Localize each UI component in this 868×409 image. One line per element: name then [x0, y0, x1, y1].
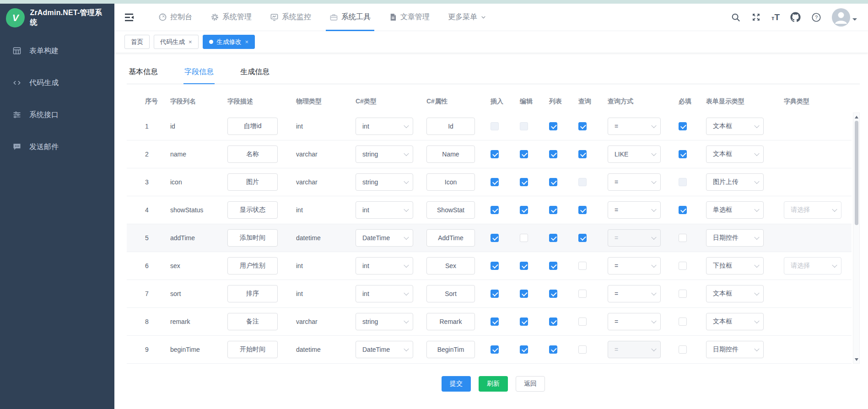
list-checkbox[interactable] — [549, 122, 557, 130]
list-checkbox[interactable] — [549, 262, 557, 270]
cs-property-input[interactable] — [426, 118, 475, 135]
tab-3[interactable]: 生成信息 — [239, 65, 270, 84]
insert-checkbox[interactable] — [491, 262, 499, 270]
cs-property-input[interactable] — [426, 229, 475, 247]
cs-type-select[interactable]: string — [356, 313, 413, 330]
tag-3[interactable]: 生成修改× — [203, 35, 255, 49]
tag-2[interactable]: 代码生成× — [154, 35, 199, 49]
cs-type-select[interactable]: int — [356, 257, 413, 274]
edit-checkbox[interactable] — [520, 178, 528, 186]
cs-property-input[interactable] — [426, 173, 475, 191]
field-desc-input[interactable] — [227, 313, 278, 330]
list-checkbox[interactable] — [549, 150, 557, 158]
field-desc-input[interactable] — [227, 201, 278, 219]
tab-1[interactable]: 基本信息 — [128, 65, 159, 84]
required-checkbox[interactable] — [679, 122, 687, 130]
close-icon[interactable]: × — [245, 39, 249, 45]
collapse-sidebar-icon[interactable] — [124, 11, 135, 23]
query-checkbox[interactable] — [578, 318, 587, 326]
query-type-select[interactable]: = — [608, 118, 661, 135]
list-checkbox[interactable] — [549, 234, 557, 242]
search-button[interactable] — [731, 12, 741, 22]
sidebar-item-2[interactable]: 代码生成 — [0, 67, 114, 99]
tag-1[interactable]: 首页 — [124, 35, 150, 49]
nav-item-6[interactable]: 更多菜单 — [439, 4, 496, 31]
cs-property-input[interactable] — [426, 257, 475, 274]
required-checkbox[interactable] — [679, 234, 687, 242]
cs-type-select[interactable]: string — [356, 173, 413, 191]
query-type-select[interactable]: = — [608, 285, 661, 302]
display-type-select[interactable]: 日期控件 — [706, 229, 764, 247]
query-checkbox[interactable] — [578, 234, 587, 242]
display-type-select[interactable]: 文本框 — [706, 285, 764, 302]
nav-item-5[interactable]: 文章管理 — [380, 4, 439, 31]
close-icon[interactable]: × — [189, 39, 192, 45]
list-checkbox[interactable] — [549, 318, 557, 326]
list-checkbox[interactable] — [549, 345, 557, 354]
insert-checkbox[interactable] — [491, 290, 499, 298]
display-type-select[interactable]: 图片上传 — [706, 173, 764, 191]
display-type-select[interactable]: 单选框 — [706, 201, 764, 219]
refresh-button[interactable]: 刷新 — [479, 376, 508, 392]
scrollbar-thumb[interactable] — [855, 121, 858, 225]
cs-property-input[interactable] — [426, 285, 475, 302]
edit-checkbox[interactable] — [520, 290, 528, 298]
field-desc-input[interactable] — [227, 257, 278, 274]
edit-checkbox[interactable] — [520, 262, 528, 270]
back-button[interactable]: 返回 — [516, 376, 545, 392]
field-desc-input[interactable] — [227, 118, 278, 135]
insert-checkbox[interactable] — [491, 234, 499, 242]
font-size-button[interactable]: тT — [771, 12, 780, 22]
edit-checkbox[interactable] — [520, 345, 528, 354]
query-checkbox[interactable] — [578, 122, 587, 130]
field-desc-input[interactable] — [227, 285, 278, 302]
query-type-select[interactable]: = — [608, 201, 661, 219]
submit-button[interactable]: 提交 — [442, 376, 471, 392]
scroll-down-button[interactable] — [853, 356, 859, 363]
cs-type-select[interactable]: DateTime — [356, 229, 413, 247]
list-checkbox[interactable] — [549, 206, 557, 214]
cs-type-select[interactable]: int — [356, 201, 413, 219]
scroll-up-button[interactable] — [853, 113, 859, 120]
insert-checkbox[interactable] — [491, 345, 499, 354]
sidebar-item-1[interactable]: 表单构建 — [0, 35, 114, 67]
query-checkbox[interactable] — [578, 150, 587, 158]
field-desc-input[interactable] — [227, 145, 278, 163]
cs-property-input[interactable] — [426, 313, 475, 330]
cs-type-select[interactable]: DateTime — [356, 341, 413, 358]
fullscreen-button[interactable] — [751, 12, 761, 22]
required-checkbox[interactable] — [679, 150, 687, 158]
insert-checkbox[interactable] — [491, 178, 499, 186]
required-checkbox[interactable] — [679, 206, 687, 214]
nav-item-2[interactable]: 系统管理 — [201, 4, 261, 31]
cs-type-select[interactable]: int — [356, 118, 413, 135]
field-desc-input[interactable] — [227, 341, 278, 358]
query-type-select[interactable]: LIKE — [608, 145, 661, 163]
required-checkbox[interactable] — [679, 318, 687, 326]
query-type-select[interactable]: = — [608, 313, 661, 330]
cs-property-input[interactable] — [426, 201, 475, 219]
field-desc-input[interactable] — [227, 229, 278, 247]
nav-item-4[interactable]: 系统工具 — [320, 4, 380, 31]
edit-checkbox[interactable] — [520, 206, 528, 214]
help-button[interactable]: ? — [811, 12, 821, 22]
tab-2[interactable]: 字段信息 — [183, 65, 215, 84]
display-type-select[interactable]: 日期控件 — [706, 341, 764, 358]
insert-checkbox[interactable] — [491, 318, 499, 326]
query-checkbox[interactable] — [578, 345, 587, 354]
cs-property-input[interactable] — [426, 341, 475, 358]
query-checkbox[interactable] — [578, 262, 587, 270]
github-button[interactable] — [790, 12, 801, 22]
query-checkbox[interactable] — [578, 206, 587, 214]
required-checkbox[interactable] — [679, 290, 687, 298]
edit-checkbox[interactable] — [520, 150, 528, 158]
sidebar-item-3[interactable]: 系统接口 — [0, 99, 114, 131]
required-checkbox[interactable] — [679, 262, 687, 270]
list-checkbox[interactable] — [549, 178, 557, 186]
query-type-select[interactable]: = — [608, 257, 661, 274]
cs-type-select[interactable]: string — [356, 145, 413, 163]
display-type-select[interactable]: 文本框 — [706, 145, 764, 163]
dict-type-select[interactable]: 请选择 — [784, 201, 841, 219]
insert-checkbox[interactable] — [491, 206, 499, 214]
dict-type-select[interactable]: 请选择 — [784, 257, 841, 274]
